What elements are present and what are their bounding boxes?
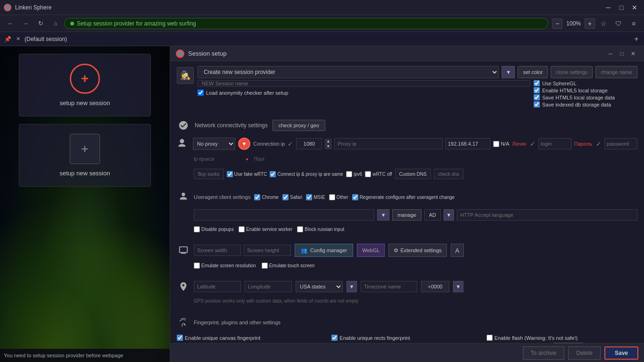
service-worker-label: Enable service worker — [239, 226, 292, 232]
left-sidebar: + setup new session + setup new session … — [0, 46, 170, 362]
session-card-2[interactable]: + setup new session — [19, 124, 151, 187]
extended-settings-button[interactable]: ⚙ Extended settings — [388, 244, 446, 257]
reload-button[interactable]: ↻ — [34, 17, 47, 30]
check-proxy-button[interactable]: check proxy / geo — [272, 120, 325, 131]
screen-width-input[interactable] — [194, 245, 241, 256]
block-russian-checkbox[interactable] — [297, 226, 303, 232]
forward-button[interactable]: → — [19, 17, 32, 30]
login-input[interactable] — [538, 138, 571, 149]
screen-height-input[interactable] — [244, 245, 291, 256]
custom-dns-button[interactable]: Custom DNS — [395, 169, 431, 179]
other-checkbox[interactable] — [329, 194, 335, 200]
disable-popups-checkbox[interactable] — [194, 226, 200, 232]
panel-maximize-button[interactable]: □ — [617, 49, 627, 59]
state-select[interactable]: USA states — [296, 281, 343, 292]
canvas-fp-checkbox[interactable] — [177, 335, 183, 341]
port-up-button[interactable]: ▲ — [325, 139, 331, 144]
longitude-input[interactable] — [245, 281, 292, 292]
msie-checkbox[interactable] — [306, 194, 312, 200]
session-card-1[interactable]: + setup new session — [19, 54, 151, 116]
close-button[interactable]: ✕ — [629, 2, 640, 13]
fake-wrtc-checkbox[interactable] — [227, 171, 233, 177]
webgl-button[interactable]: WebGL — [357, 244, 385, 257]
home-button[interactable]: ⌂ — [49, 17, 62, 30]
session-name-checkboxes-row: Load anonymity checker after setup Use S… — [198, 80, 637, 107]
rects-fp-checkbox[interactable] — [331, 335, 338, 341]
safari-checkbox[interactable] — [282, 194, 289, 200]
emulate-touch-label: Emulate touch screen — [262, 263, 315, 269]
status-bar: You need to setup session provider befor… — [0, 349, 170, 362]
useragent-input[interactable] — [194, 209, 374, 221]
panel-minimize-button[interactable]: ─ — [605, 49, 616, 59]
change-name-button[interactable]: change name — [595, 66, 637, 78]
delete-button[interactable]: Delete — [568, 346, 601, 360]
port-down-button[interactable]: ▼ — [325, 144, 331, 149]
latitude-input[interactable] — [194, 281, 241, 292]
url-bar[interactable]: Setup session provider for amazing web s… — [64, 18, 548, 29]
flash-checkbox[interactable] — [487, 335, 493, 341]
regenerate-label: Regenerate configure after useragent cha… — [352, 194, 455, 200]
save-button[interactable]: Save — [604, 346, 638, 360]
region-input[interactable] — [424, 209, 441, 221]
ipv6-checkbox[interactable] — [346, 171, 352, 177]
archive-button[interactable]: To archive — [523, 346, 565, 360]
panel-close-button[interactable]: ✕ — [628, 49, 638, 59]
manage-button[interactable]: manage — [392, 209, 421, 221]
zoom-in-button[interactable]: + — [585, 18, 595, 29]
proxy-dropdown-button[interactable]: ▼ — [238, 138, 250, 150]
provider-dropdown-button[interactable]: ▼ — [502, 66, 515, 78]
app-icon: 🌐 — [4, 4, 11, 11]
buy-socks-button[interactable]: Buy socks — [194, 169, 224, 179]
useragent-dropdown-button[interactable]: ▼ — [377, 209, 389, 221]
service-worker-checkbox[interactable] — [239, 226, 245, 232]
back-button[interactable]: ← — [4, 17, 17, 30]
proxy-type-select[interactable]: No proxy — [193, 138, 235, 150]
region-dropdown-button[interactable]: ▼ — [444, 209, 454, 221]
provider-avatar: 🕵 — [177, 67, 194, 84]
timezone-input[interactable] — [361, 281, 417, 292]
port-input[interactable] — [296, 138, 322, 149]
emulate-screen-checkbox[interactable] — [194, 263, 200, 269]
tab-bar: 📌 ✕ (Default session) + — [0, 32, 644, 46]
html5-local-checkbox[interactable] — [534, 87, 540, 93]
secure-dot — [70, 22, 74, 25]
maximize-button[interactable]: □ — [616, 2, 627, 13]
emulate-touch-checkbox[interactable] — [262, 263, 268, 269]
setup-session-label-2: setup new session — [60, 170, 110, 177]
na-label: N/A — [501, 141, 509, 147]
font-button[interactable]: A — [451, 244, 464, 257]
tab-close-button[interactable]: ✕ — [13, 34, 23, 44]
clone-settings-button[interactable]: clone settings — [551, 66, 593, 78]
tz-dropdown-button[interactable]: ▼ — [453, 281, 463, 292]
provider-select[interactable]: Create new session provider — [198, 66, 499, 78]
new-tab-button[interactable]: + — [631, 33, 642, 45]
wrtc-off-checkbox[interactable] — [365, 171, 371, 177]
shield-button[interactable]: 🛡 — [612, 17, 625, 30]
screen-section-row: 👥 Config manager WebGL ⚙ Extended settin… — [177, 243, 637, 258]
tz-offset-input[interactable] — [421, 281, 449, 292]
chrome-checkbox[interactable] — [254, 194, 260, 200]
bookmark-button[interactable]: ☆ — [597, 17, 610, 30]
load-anon-checkbox[interactable] — [198, 90, 204, 96]
tab-pin-button[interactable]: 📌 — [2, 33, 13, 45]
menu-button[interactable]: ≡ — [627, 17, 640, 30]
ip-value-input[interactable] — [446, 138, 490, 149]
state-dropdown-button[interactable]: ▼ — [347, 281, 357, 292]
save-html5-checkbox[interactable] — [534, 94, 540, 100]
password-input[interactable] — [604, 138, 637, 149]
config-manager-button[interactable]: 👥 Config manager — [295, 244, 353, 257]
save-indexed-db-checkbox[interactable] — [534, 101, 540, 107]
proxy-ip-input[interactable] — [334, 138, 443, 149]
check-dns-button[interactable]: check dns — [434, 169, 463, 179]
na-checkbox[interactable] — [493, 141, 499, 147]
screen-icon — [177, 244, 190, 257]
session-name-input[interactable] — [198, 80, 530, 87]
http-accept-lang-input[interactable] — [457, 209, 637, 221]
minimize-button[interactable]: ─ — [603, 2, 614, 13]
set-color-button[interactable]: set color — [518, 66, 548, 78]
regenerate-checkbox[interactable] — [352, 194, 358, 200]
connect-ip-same-checkbox[interactable] — [270, 171, 276, 177]
zoom-out-button[interactable]: − — [552, 18, 562, 29]
storage-checkboxes: Use SphereGL Enable HTML5 local storage … — [534, 80, 637, 107]
spheregl-checkbox[interactable] — [534, 80, 540, 86]
